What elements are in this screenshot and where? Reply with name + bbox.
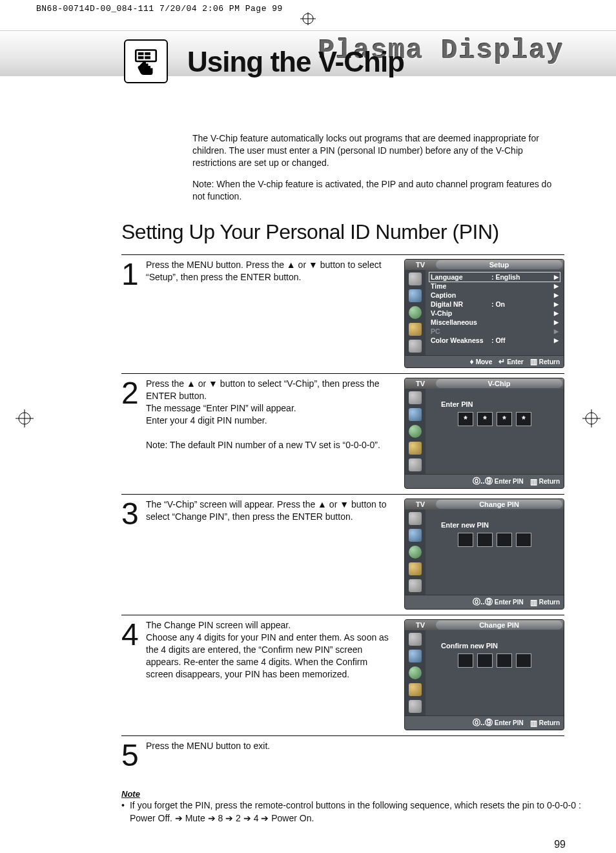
pin-digit[interactable]: * [516, 412, 531, 426]
vchip-hand-icon [124, 39, 168, 83]
chevron-right-icon: ▶ [554, 301, 559, 307]
osd-footer: ⓪..⑨Enter PIN ▥Return [405, 474, 564, 488]
osd-confirm-pin: TV Change PIN Confirm new PIN [404, 619, 564, 730]
intro-paragraph: The V-Chip feature automatically locks o… [192, 132, 564, 169]
footnote: Note • If you forget the PIN, press the … [121, 789, 590, 825]
step-3: 3 The “V-Chip” screen will appear. Press… [121, 498, 564, 610]
step-4: 4 The Change PIN screen will appear. Cho… [121, 619, 564, 730]
osd-title: Setup [436, 260, 562, 269]
menu-icon [409, 546, 422, 559]
pin-digit[interactable] [516, 653, 531, 668]
osd-title: V-Chip [436, 379, 562, 388]
return-icon: ▥ [530, 477, 537, 486]
numpad-icon: ⓪..⑨ [473, 597, 493, 608]
intro-note: Note: When the V-chip feature is activat… [192, 178, 564, 203]
osd-tv-label: TV [405, 380, 436, 387]
menu-icon [409, 650, 422, 663]
osd-change-pin: TV Change PIN Enter new PIN [404, 498, 564, 610]
footer-enter: ⓪..⑨Enter PIN [473, 597, 524, 608]
osd-setup-menu: TV Setup Language: English▶ Time▶ Captio… [404, 259, 564, 368]
pin-digit[interactable] [477, 533, 493, 547]
step-number: 5 [121, 740, 146, 769]
menu-icon [409, 340, 422, 353]
return-icon: ▥ [530, 357, 537, 366]
step-1: 1 Press the MENU button. Press the ▲ or … [121, 259, 564, 368]
menu-icon [409, 272, 422, 285]
menu-icon [409, 700, 422, 713]
step-text: Press the MENU button. Press the ▲ or ▼ … [146, 259, 404, 283]
menu-icon [409, 683, 422, 696]
pin-prompt: Confirm new PIN [441, 642, 560, 650]
osd-body: Language: English▶ Time▶ Caption▶ Digita… [405, 270, 564, 355]
footer-return: ▥Return [530, 357, 560, 366]
pin-digit[interactable] [458, 533, 473, 547]
pin-digit[interactable] [497, 533, 512, 547]
chevron-right-icon: ▶ [554, 337, 559, 344]
step-text: Press the MENU button to exit. [146, 740, 564, 752]
chevron-right-icon: ▶ [554, 292, 559, 298]
osd-body: Confirm new PIN [405, 630, 564, 715]
osd-tv-label: TV [405, 261, 436, 269]
return-icon: ▥ [530, 719, 537, 728]
pin-prompt: Enter new PIN [441, 521, 560, 529]
chevron-right-icon: ▶ [554, 328, 559, 334]
osd-pin-panel: Confirm new PIN [426, 630, 564, 715]
menu-row-digital-nr[interactable]: Digital NR: On▶ [429, 300, 560, 309]
print-job-line: BN68-00714D-00_084-111 7/20/04 2:06 PM P… [0, 0, 616, 14]
svg-rect-7 [145, 56, 150, 59]
menu-row-language[interactable]: Language: English▶ [429, 272, 560, 282]
osd-body: Enter PIN * * * * [405, 389, 564, 474]
menu-icon [409, 289, 422, 302]
svg-rect-3 [136, 50, 156, 62]
footer-enter: ⓪..⑨Enter PIN [473, 717, 524, 728]
divider [121, 373, 564, 374]
pin-prompt: Enter PIN [441, 400, 560, 408]
pin-digit[interactable]: * [458, 412, 473, 426]
pin-digit[interactable] [477, 653, 493, 668]
osd-footer: ⓪..⑨Enter PIN ▥Return [405, 595, 564, 609]
pin-digit[interactable] [458, 653, 473, 668]
osd-sidebar-icons [405, 509, 426, 595]
osd-title: Change PIN [436, 621, 562, 630]
menu-icon [409, 562, 422, 575]
menu-icon [409, 442, 422, 455]
step-text: The “V-Chip” screen will appear. Press t… [146, 498, 404, 523]
bullet-icon: • [121, 799, 130, 825]
footer-enter: ↵Enter [498, 357, 524, 366]
menu-icon [409, 408, 422, 421]
chapter-banner: Plasma Display Using the V-Chip [0, 30, 616, 95]
step-number: 3 [121, 498, 146, 528]
osd-header: TV Change PIN [405, 620, 564, 630]
menu-icon [409, 579, 422, 592]
osd-title: Change PIN [436, 500, 562, 509]
menu-icon [409, 458, 422, 471]
menu-row-time[interactable]: Time▶ [429, 282, 560, 291]
pin-digit[interactable]: * [477, 412, 493, 426]
menu-row-vchip[interactable]: V-Chip▶ [429, 309, 560, 318]
footer-return: ▥Return [530, 717, 560, 728]
numpad-icon: ⓪..⑨ [473, 717, 493, 728]
pin-boxes [429, 653, 560, 668]
step-number: 2 [121, 378, 146, 407]
menu-row-misc[interactable]: Miscellaneous▶ [429, 318, 560, 327]
osd-pin-panel: Enter PIN * * * * [426, 389, 564, 474]
return-icon: ▥ [530, 598, 537, 607]
chevron-right-icon: ▶ [554, 319, 559, 325]
pin-digit[interactable]: * [497, 412, 512, 426]
updown-icon: ♦ [470, 357, 474, 366]
menu-row-caption[interactable]: Caption▶ [429, 291, 560, 300]
menu-row-color-weakness[interactable]: Color Weakness: Off▶ [429, 336, 560, 345]
footer-move: ♦Move [470, 357, 493, 366]
svg-rect-6 [138, 56, 144, 59]
menu-icon [409, 666, 422, 679]
pin-digit[interactable] [516, 533, 531, 547]
chevron-right-icon: ▶ [554, 283, 559, 289]
osd-header: TV Change PIN [405, 499, 564, 509]
crop-mark-right [582, 409, 601, 430]
enter-icon: ↵ [498, 357, 505, 366]
pin-digit[interactable] [497, 653, 512, 668]
note-heading: Note [121, 789, 590, 799]
osd-sidebar-icons [405, 270, 426, 355]
manual-page: BN68-00714D-00_084-111 7/20/04 2:06 PM P… [0, 0, 616, 853]
chapter-title: Using the V-Chip [187, 46, 404, 78]
